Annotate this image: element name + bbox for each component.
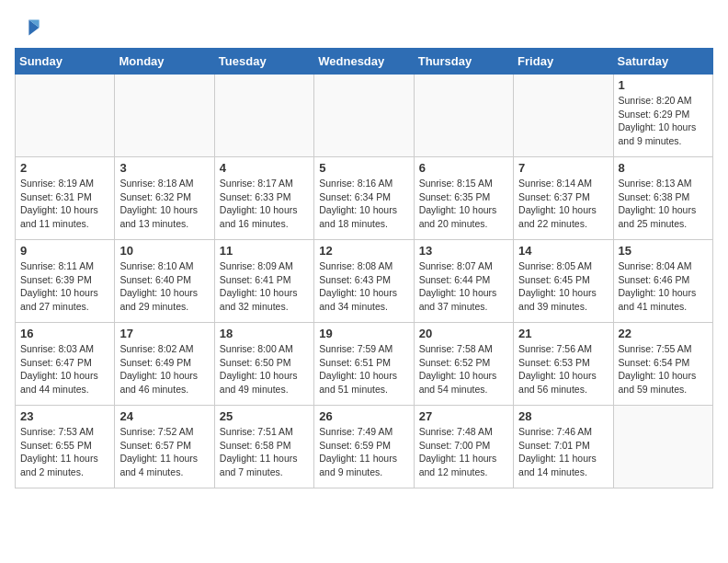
calendar-cell: 17Sunrise: 8:02 AM Sunset: 6:49 PM Dayli… (115, 323, 214, 406)
day-number: 5 (319, 161, 408, 175)
day-number: 14 (518, 244, 608, 258)
day-info: Sunrise: 8:16 AM Sunset: 6:34 PM Dayligh… (319, 177, 408, 231)
calendar-cell: 21Sunrise: 7:56 AM Sunset: 6:53 PM Dayli… (514, 323, 613, 406)
day-number: 23 (20, 409, 109, 423)
day-number: 27 (419, 409, 508, 423)
calendar-cell (314, 75, 414, 157)
day-info: Sunrise: 7:53 AM Sunset: 6:55 PM Dayligh… (20, 425, 109, 479)
week-row-5: 23Sunrise: 7:53 AM Sunset: 6:55 PM Dayli… (16, 406, 713, 488)
calendar-cell: 18Sunrise: 8:00 AM Sunset: 6:50 PM Dayli… (214, 323, 313, 406)
day-info: Sunrise: 8:17 AM Sunset: 6:33 PM Dayligh… (220, 177, 309, 231)
calendar-cell: 28Sunrise: 7:46 AM Sunset: 7:01 PM Dayli… (514, 406, 613, 488)
day-info: Sunrise: 8:19 AM Sunset: 6:31 PM Dayligh… (20, 177, 109, 231)
day-info: Sunrise: 7:59 AM Sunset: 6:51 PM Dayligh… (319, 342, 408, 396)
calendar-cell: 7Sunrise: 8:14 AM Sunset: 6:37 PM Daylig… (514, 157, 613, 240)
day-number: 9 (20, 244, 109, 258)
week-row-2: 2Sunrise: 8:19 AM Sunset: 6:31 PM Daylig… (16, 157, 713, 240)
day-info: Sunrise: 8:10 AM Sunset: 6:40 PM Dayligh… (119, 259, 209, 314)
calendar-cell: 11Sunrise: 8:09 AM Sunset: 6:41 PM Dayli… (214, 240, 313, 323)
day-info: Sunrise: 8:09 AM Sunset: 6:41 PM Dayligh… (220, 259, 309, 314)
calendar-header-wednesday: Wednesday (314, 49, 414, 75)
logo (15, 15, 44, 40)
calendar-cell: 13Sunrise: 8:07 AM Sunset: 6:44 PM Dayli… (414, 240, 513, 323)
logo-icon (15, 15, 40, 40)
calendar-cell: 3Sunrise: 8:18 AM Sunset: 6:32 PM Daylig… (115, 157, 214, 240)
calendar-table: SundayMondayTuesdayWednesdayThursdayFrid… (15, 48, 713, 488)
calendar-cell: 14Sunrise: 8:05 AM Sunset: 6:45 PM Dayli… (514, 240, 613, 323)
day-number: 13 (419, 244, 508, 258)
calendar-cell (514, 75, 613, 157)
calendar-header-row: SundayMondayTuesdayWednesdayThursdayFrid… (16, 49, 713, 75)
week-row-4: 16Sunrise: 8:03 AM Sunset: 6:47 PM Dayli… (16, 323, 713, 406)
day-info: Sunrise: 8:15 AM Sunset: 6:35 PM Dayligh… (419, 177, 508, 231)
day-info: Sunrise: 7:48 AM Sunset: 7:00 PM Dayligh… (419, 425, 508, 479)
day-info: Sunrise: 7:58 AM Sunset: 6:52 PM Dayligh… (419, 342, 508, 396)
day-info: Sunrise: 8:18 AM Sunset: 6:32 PM Dayligh… (119, 177, 209, 231)
day-info: Sunrise: 8:11 AM Sunset: 6:39 PM Dayligh… (20, 259, 109, 314)
day-number: 1 (619, 78, 708, 92)
calendar-header-thursday: Thursday (414, 49, 513, 75)
day-number: 12 (319, 244, 408, 258)
day-info: Sunrise: 8:04 AM Sunset: 6:46 PM Dayligh… (619, 259, 708, 314)
day-info: Sunrise: 8:20 AM Sunset: 6:29 PM Dayligh… (619, 94, 708, 148)
calendar-cell: 27Sunrise: 7:48 AM Sunset: 7:00 PM Dayli… (414, 406, 513, 488)
page-header (15, 15, 713, 40)
day-number: 22 (619, 327, 708, 340)
day-number: 8 (619, 161, 708, 175)
day-number: 4 (220, 161, 309, 175)
day-number: 16 (20, 327, 109, 340)
day-info: Sunrise: 8:05 AM Sunset: 6:45 PM Dayligh… (518, 259, 608, 314)
calendar-cell: 1Sunrise: 8:20 AM Sunset: 6:29 PM Daylig… (613, 75, 712, 157)
calendar-cell: 20Sunrise: 7:58 AM Sunset: 6:52 PM Dayli… (414, 323, 513, 406)
calendar-cell (16, 75, 115, 157)
day-number: 11 (220, 244, 309, 258)
day-number: 3 (119, 161, 209, 175)
calendar-cell: 10Sunrise: 8:10 AM Sunset: 6:40 PM Dayli… (115, 240, 214, 323)
calendar-cell: 6Sunrise: 8:15 AM Sunset: 6:35 PM Daylig… (414, 157, 513, 240)
day-info: Sunrise: 8:00 AM Sunset: 6:50 PM Dayligh… (220, 342, 309, 396)
calendar-cell: 4Sunrise: 8:17 AM Sunset: 6:33 PM Daylig… (214, 157, 313, 240)
calendar-cell (613, 406, 712, 488)
calendar-cell: 22Sunrise: 7:55 AM Sunset: 6:54 PM Dayli… (613, 323, 712, 406)
day-info: Sunrise: 8:08 AM Sunset: 6:43 PM Dayligh… (319, 259, 408, 314)
calendar-cell: 26Sunrise: 7:49 AM Sunset: 6:59 PM Dayli… (314, 406, 414, 488)
day-number: 21 (518, 327, 608, 340)
week-row-3: 9Sunrise: 8:11 AM Sunset: 6:39 PM Daylig… (16, 240, 713, 323)
day-info: Sunrise: 7:46 AM Sunset: 7:01 PM Dayligh… (518, 425, 608, 479)
day-number: 10 (119, 244, 209, 258)
day-info: Sunrise: 8:14 AM Sunset: 6:37 PM Dayligh… (518, 177, 608, 231)
day-info: Sunrise: 8:13 AM Sunset: 6:38 PM Dayligh… (619, 177, 708, 231)
day-info: Sunrise: 7:56 AM Sunset: 6:53 PM Dayligh… (518, 342, 608, 396)
day-info: Sunrise: 7:52 AM Sunset: 6:57 PM Dayligh… (119, 425, 209, 479)
day-info: Sunrise: 7:55 AM Sunset: 6:54 PM Dayligh… (619, 342, 708, 396)
day-info: Sunrise: 8:07 AM Sunset: 6:44 PM Dayligh… (419, 259, 508, 314)
calendar-cell (115, 75, 214, 157)
day-number: 6 (419, 161, 508, 175)
calendar-header-saturday: Saturday (613, 49, 712, 75)
calendar-cell: 2Sunrise: 8:19 AM Sunset: 6:31 PM Daylig… (16, 157, 115, 240)
calendar-cell (414, 75, 513, 157)
day-number: 18 (220, 327, 309, 340)
day-number: 24 (119, 409, 209, 423)
day-number: 19 (319, 327, 408, 340)
calendar-cell: 19Sunrise: 7:59 AM Sunset: 6:51 PM Dayli… (314, 323, 414, 406)
calendar-cell: 15Sunrise: 8:04 AM Sunset: 6:46 PM Dayli… (613, 240, 712, 323)
day-number: 2 (20, 161, 109, 175)
day-number: 20 (419, 327, 508, 340)
day-number: 15 (619, 244, 708, 258)
day-info: Sunrise: 8:02 AM Sunset: 6:49 PM Dayligh… (119, 342, 209, 396)
calendar-header-friday: Friday (514, 49, 613, 75)
calendar-cell: 12Sunrise: 8:08 AM Sunset: 6:43 PM Dayli… (314, 240, 414, 323)
calendar-header-tuesday: Tuesday (214, 49, 313, 75)
day-number: 17 (119, 327, 209, 340)
calendar-cell: 25Sunrise: 7:51 AM Sunset: 6:58 PM Dayli… (214, 406, 313, 488)
calendar-cell: 8Sunrise: 8:13 AM Sunset: 6:38 PM Daylig… (613, 157, 712, 240)
calendar-cell: 9Sunrise: 8:11 AM Sunset: 6:39 PM Daylig… (16, 240, 115, 323)
day-number: 25 (220, 409, 309, 423)
calendar-cell: 23Sunrise: 7:53 AM Sunset: 6:55 PM Dayli… (16, 406, 115, 488)
calendar-cell: 16Sunrise: 8:03 AM Sunset: 6:47 PM Dayli… (16, 323, 115, 406)
calendar-cell: 5Sunrise: 8:16 AM Sunset: 6:34 PM Daylig… (314, 157, 414, 240)
calendar-header-monday: Monday (115, 49, 214, 75)
calendar-cell: 24Sunrise: 7:52 AM Sunset: 6:57 PM Dayli… (115, 406, 214, 488)
week-row-1: 1Sunrise: 8:20 AM Sunset: 6:29 PM Daylig… (16, 75, 713, 157)
